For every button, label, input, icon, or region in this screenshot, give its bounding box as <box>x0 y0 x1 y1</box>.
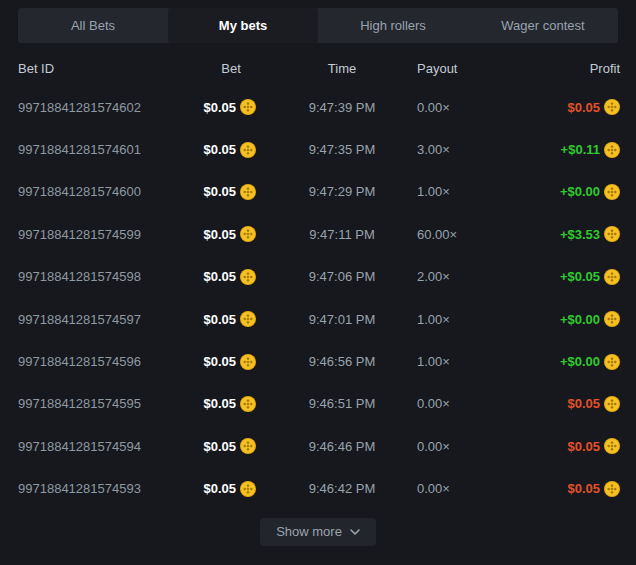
tab-all-bets[interactable]: All Bets <box>18 8 168 43</box>
bnb-coin-icon <box>240 99 256 115</box>
bet-id-cell: 99718841281574602 <box>18 100 188 115</box>
bet-time-cell: 9:47:01 PM <box>274 312 410 327</box>
bet-payout-cell: 0.00× <box>410 481 515 496</box>
bet-profit-cell: +$3.53 <box>515 226 620 242</box>
bet-row: 99718841281574600 $0.05 9:47:29 PM 1.00×… <box>18 171 620 213</box>
bet-id-cell: 99718841281574600 <box>18 184 188 199</box>
table-header-row: Bet ID Bet Time Payout Profit <box>18 54 620 82</box>
bet-payout-cell: 2.00× <box>410 269 515 284</box>
bet-profit-cell: +$0.00 <box>515 184 620 200</box>
column-header-bet-id: Bet ID <box>18 61 188 76</box>
bet-amount-value: $0.05 <box>203 354 236 369</box>
bet-payout-cell: 60.00× <box>410 227 515 242</box>
bet-profit-value: +$0.11 <box>561 142 600 157</box>
bet-row: 99718841281574601 $0.05 9:47:35 PM 3.00×… <box>18 128 620 170</box>
tab-high-rollers[interactable]: High rollers <box>318 8 468 43</box>
bet-profit-cell: +$0.05 <box>515 269 620 285</box>
bet-id-cell: 99718841281574598 <box>18 269 188 284</box>
bet-payout-cell: 1.00× <box>410 354 515 369</box>
column-header-bet: Bet <box>188 61 274 76</box>
bet-amount-value: $0.05 <box>203 227 236 242</box>
bet-profit-value: $0.05 <box>567 481 600 496</box>
column-header-profit: Profit <box>515 61 620 76</box>
chevron-down-icon <box>350 529 360 535</box>
bnb-coin-icon <box>240 226 256 242</box>
table-body: 99718841281574602 $0.05 9:47:39 PM 0.00×… <box>18 86 620 510</box>
show-more-container: Show more <box>0 518 636 546</box>
tab-my-bets[interactable]: My bets <box>168 8 318 43</box>
bet-amount-cell: $0.05 <box>188 99 274 115</box>
bet-amount-cell: $0.05 <box>188 481 274 497</box>
bnb-coin-icon <box>604 99 620 115</box>
bet-time-cell: 9:47:39 PM <box>274 100 410 115</box>
bnb-coin-icon <box>604 396 620 412</box>
bet-time-cell: 9:47:11 PM <box>274 227 410 242</box>
bet-row: 99718841281574598 $0.05 9:47:06 PM 2.00×… <box>18 256 620 298</box>
bet-amount-cell: $0.05 <box>188 396 274 412</box>
bet-payout-cell: 1.00× <box>410 312 515 327</box>
bet-time-cell: 9:46:42 PM <box>274 481 410 496</box>
bet-profit-cell: +$0.11 <box>515 142 620 158</box>
bnb-coin-icon <box>604 354 620 370</box>
bets-tabbar: All Bets My bets High rollers Wager cont… <box>18 8 618 43</box>
bet-payout-cell: 0.00× <box>410 100 515 115</box>
bet-profit-value: +$0.05 <box>560 269 600 284</box>
bnb-coin-icon <box>604 481 620 497</box>
bet-profit-value: +$0.00 <box>560 184 600 199</box>
bet-time-cell: 9:47:29 PM <box>274 184 410 199</box>
bnb-coin-icon <box>604 142 620 158</box>
bet-amount-value: $0.05 <box>203 396 236 411</box>
bet-row: 99718841281574599 $0.05 9:47:11 PM 60.00… <box>18 213 620 255</box>
bet-row: 99718841281574593 $0.05 9:46:42 PM 0.00×… <box>18 468 620 510</box>
bet-row: 99718841281574596 $0.05 9:46:56 PM 1.00×… <box>18 340 620 382</box>
bet-id-cell: 99718841281574593 <box>18 481 188 496</box>
bet-profit-cell: $0.05 <box>515 438 620 454</box>
bet-profit-value: +$0.00 <box>560 312 600 327</box>
bet-profit-value: $0.05 <box>567 396 600 411</box>
bet-profit-value: +$3.53 <box>560 227 600 242</box>
bet-amount-cell: $0.05 <box>188 142 274 158</box>
bet-id-cell: 99718841281574597 <box>18 312 188 327</box>
bet-row: 99718841281574602 $0.05 9:47:39 PM 0.00×… <box>18 86 620 128</box>
bet-amount-cell: $0.05 <box>188 226 274 242</box>
bet-time-cell: 9:47:06 PM <box>274 269 410 284</box>
bnb-coin-icon <box>240 438 256 454</box>
bet-id-cell: 99718841281574601 <box>18 142 188 157</box>
bnb-coin-icon <box>240 311 256 327</box>
bet-time-cell: 9:46:51 PM <box>274 396 410 411</box>
bnb-coin-icon <box>604 184 620 200</box>
bet-amount-value: $0.05 <box>203 100 236 115</box>
show-more-button[interactable]: Show more <box>260 518 376 546</box>
bet-profit-cell: +$0.00 <box>515 354 620 370</box>
bnb-coin-icon <box>240 396 256 412</box>
bet-row: 99718841281574595 $0.05 9:46:51 PM 0.00×… <box>18 383 620 425</box>
bnb-coin-icon <box>240 481 256 497</box>
bets-history-panel: All Bets My bets High rollers Wager cont… <box>0 8 636 546</box>
bnb-coin-icon <box>604 269 620 285</box>
bet-profit-cell: $0.05 <box>515 396 620 412</box>
bet-profit-cell: $0.05 <box>515 481 620 497</box>
column-header-time: Time <box>274 61 410 76</box>
bet-row: 99718841281574597 $0.05 9:47:01 PM 1.00×… <box>18 298 620 340</box>
bet-amount-cell: $0.05 <box>188 269 274 285</box>
bet-amount-cell: $0.05 <box>188 311 274 327</box>
bet-payout-cell: 0.00× <box>410 439 515 454</box>
tab-wager-contest[interactable]: Wager contest <box>468 8 618 43</box>
bet-profit-cell: +$0.00 <box>515 311 620 327</box>
bnb-coin-icon <box>604 311 620 327</box>
bnb-coin-icon <box>604 226 620 242</box>
bnb-coin-icon <box>240 269 256 285</box>
bet-amount-value: $0.05 <box>203 481 236 496</box>
bet-time-cell: 9:47:35 PM <box>274 142 410 157</box>
bet-profit-value: +$0.00 <box>560 354 600 369</box>
bet-row: 99718841281574594 $0.05 9:46:46 PM 0.00×… <box>18 425 620 467</box>
bet-id-cell: 99718841281574599 <box>18 227 188 242</box>
bet-amount-value: $0.05 <box>203 312 236 327</box>
bnb-coin-icon <box>604 438 620 454</box>
bnb-coin-icon <box>240 354 256 370</box>
bet-payout-cell: 3.00× <box>410 142 515 157</box>
bet-amount-value: $0.05 <box>203 269 236 284</box>
bet-amount-cell: $0.05 <box>188 438 274 454</box>
bet-id-cell: 99718841281574595 <box>18 396 188 411</box>
bet-amount-cell: $0.05 <box>188 184 274 200</box>
